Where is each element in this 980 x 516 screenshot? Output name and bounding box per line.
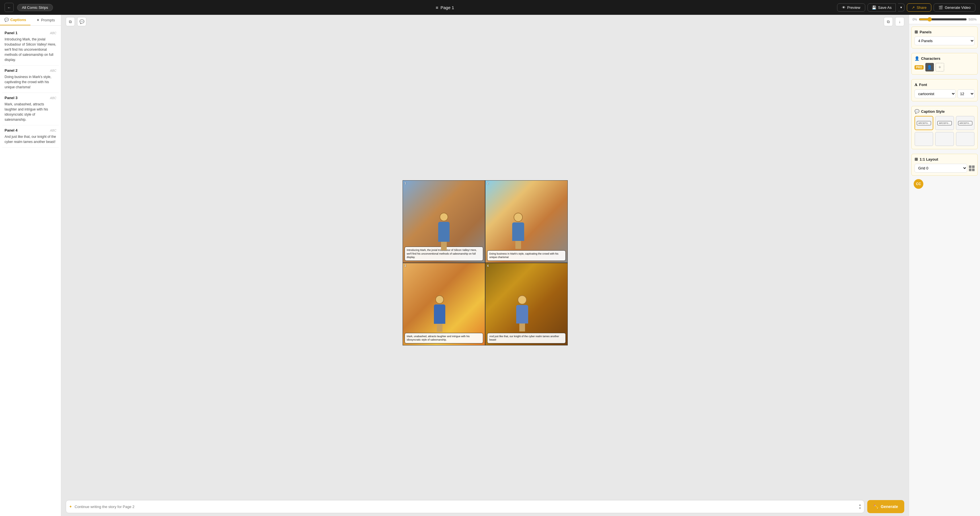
layout-icon: ⊞	[915, 157, 918, 161]
comment-button[interactable]: 💬	[77, 17, 86, 26]
generate-button[interactable]: ✏️ Generate	[867, 500, 904, 513]
font-row: cartoonist Arial Comic Sans 12 10 14 16	[915, 89, 975, 98]
saveas-dropdown-button[interactable]: ▾	[898, 3, 905, 11]
add-character-button[interactable]: +	[935, 63, 944, 72]
font-icon: 𝐀	[915, 82, 917, 87]
download-icon: ↓	[899, 19, 901, 24]
panel-3-number: 3	[404, 264, 406, 268]
panels-section-icon: ⊞	[915, 30, 918, 34]
comic-panel-4[interactable]: 4 And just like that, our knight of the …	[485, 263, 568, 346]
project-title-button[interactable]: All Comic Strips	[17, 4, 53, 11]
caption-style-2[interactable]: ARCEFG...	[935, 116, 954, 130]
share-button[interactable]: ↗ Share	[907, 3, 931, 12]
caption-style-grid: ARCEFG... ARCEFG... ARCEFG...	[915, 116, 975, 146]
characters-section: 👤 Characters PRO 👤 +	[912, 53, 978, 75]
prompts-icon: ✦	[37, 18, 40, 22]
layout-section-title: ⊞ 1:1 Layout	[915, 157, 975, 161]
caption-style-6[interactable]	[956, 132, 975, 146]
panel-header-1: Panel 1 ABC	[5, 31, 56, 35]
panel-3-caption: Mark, unabashed, attracts laughter and i…	[404, 333, 483, 344]
panel-caption-text-4: And just like that, our knight of the cy…	[5, 134, 56, 144]
story-input-icon: ✦	[69, 504, 72, 509]
zoom-bar: 0% 500%	[909, 15, 980, 24]
download-button[interactable]: ↓	[895, 17, 904, 26]
characters-section-title: 👤 Characters	[915, 56, 975, 61]
canvas-toolbar-left: ⧉ 💬	[66, 17, 86, 26]
caption-style-1[interactable]: ARCEFG...	[915, 116, 933, 130]
generate-video-label: Generate Video	[945, 5, 970, 10]
caption-style-3[interactable]: ARCEFG...	[956, 116, 975, 130]
hamburger-icon: ≡	[436, 5, 438, 10]
zoom-min-label: 0%	[913, 18, 917, 21]
pro-badge: PRO	[915, 65, 924, 70]
cc-button[interactable]: CC	[914, 179, 923, 189]
panels-section-label: Panels	[920, 30, 932, 34]
characters-icon: 👤	[915, 56, 920, 61]
font-size-select[interactable]: 12 10 14 16	[958, 89, 975, 98]
caption-style-icon: 💬	[915, 109, 920, 114]
left-panel-item-4: Panel 4 ABC And just like that, our knig…	[2, 125, 59, 148]
comic-panel-1[interactable]: 1 Introducing Mark, the jovial troubadou…	[402, 180, 485, 263]
story-input-wrap: ✦ ▲ ▼	[66, 500, 864, 513]
saveas-label: Save As	[878, 5, 892, 10]
left-panel-item-2: Panel 2 ABC Doing business in Mark's sty…	[2, 65, 59, 93]
preview-button[interactable]: 👁 Preview	[837, 3, 865, 12]
saveas-button[interactable]: 💾 Save As	[867, 3, 896, 12]
page-title: Page 1	[441, 5, 454, 10]
preview-icon: 👁	[842, 5, 846, 10]
bottom-bar: ✦ ▲ ▼ ✏️ Generate	[61, 497, 909, 516]
copy-comic-button[interactable]: ⧉	[884, 17, 893, 26]
font-section: 𝐀 Font cartoonist Arial Comic Sans 12 10…	[912, 79, 978, 101]
caption-style-box-3: ARCEFG...	[958, 121, 972, 125]
left-sidebar: 💬 Captions ✦ Prompts Panel 1 ABC Introdu…	[0, 15, 61, 516]
caption-style-4[interactable]	[915, 132, 933, 146]
input-arrow-up[interactable]: ▲	[858, 503, 861, 506]
character-avatar-1[interactable]: 👤	[925, 63, 934, 72]
copy-button[interactable]: ⧉	[66, 17, 75, 26]
panel-label-3: Panel 3	[5, 96, 18, 100]
generate-label: Generate	[881, 504, 898, 509]
caption-style-5[interactable]	[935, 132, 954, 146]
canvas-area: ⧉ 💬 ⧉ ↓	[61, 15, 909, 516]
canvas-toolbar-right: ⧉ ↓	[884, 17, 904, 26]
back-button[interactable]: ←	[5, 3, 14, 12]
panels-select[interactable]: 4 Panels 2 Panels 6 Panels 8 Panels	[915, 37, 975, 45]
caption-style-label: Caption Style	[921, 109, 945, 114]
comment-icon: 💬	[80, 19, 84, 24]
zoom-max-label: 500%	[969, 18, 977, 21]
canvas-toolbar: ⧉ 💬 ⧉ ↓	[61, 15, 909, 29]
left-panel-item-3: Panel 3 ABC Mark, unabashed, attracts la…	[2, 93, 59, 125]
panel-caption-text-1: Introducing Mark, the jovial troubadour …	[5, 37, 56, 62]
copy2-icon: ⧉	[887, 19, 890, 24]
canvas-wrapper: 1 Introducing Mark, the jovial troubadou…	[61, 29, 909, 497]
topbar-right: 👁 Preview 💾 Save As ▾ ↗ Share 🎬 Generate…	[837, 3, 976, 12]
zoom-slider[interactable]	[919, 17, 967, 22]
char-avatar-icon: 👤	[927, 65, 932, 70]
panel-abc-1: ABC	[50, 31, 56, 35]
share-icon: ↗	[912, 5, 915, 10]
tab-prompts[interactable]: ✦ Prompts	[30, 15, 61, 25]
copy-icon: ⧉	[69, 19, 72, 24]
layout-select[interactable]: Grid 0 Grid 1 Grid 2	[915, 164, 967, 172]
input-arrow-down[interactable]: ▼	[858, 507, 861, 510]
comic-panel-3[interactable]: 3 Mark, unabashed, attracts laughter and…	[402, 263, 485, 346]
caption-style-box-2: ARCEFG...	[937, 121, 951, 125]
comic-panel-2[interactable]: 2 Doing business in Mark's style, captiv…	[485, 180, 568, 263]
generate-video-button[interactable]: 🎬 Generate Video	[934, 3, 975, 12]
font-section-title: 𝐀 Font	[915, 82, 975, 87]
grid-cell-3	[969, 169, 972, 171]
video-icon: 🎬	[939, 5, 943, 10]
grid-cell-4	[972, 169, 975, 171]
left-panel-item-1: Panel 1 ABC Introducing Mark, the jovial…	[2, 28, 59, 65]
characters-label: Characters	[921, 56, 940, 61]
story-input[interactable]	[75, 505, 858, 509]
grid-cell-2	[972, 166, 975, 168]
font-select[interactable]: cartoonist Arial Comic Sans	[915, 89, 956, 98]
panel-4-number: 4	[487, 264, 489, 268]
comic-grid: 1 Introducing Mark, the jovial troubadou…	[402, 180, 568, 346]
share-label: Share	[916, 5, 926, 10]
panel-header-3: Panel 3 ABC	[5, 96, 56, 100]
panels-section: ⊞ Panels 4 Panels 2 Panels 6 Panels 8 Pa…	[912, 27, 978, 48]
tab-captions[interactable]: 💬 Captions	[0, 15, 30, 25]
panel-2-number: 2	[487, 182, 489, 185]
